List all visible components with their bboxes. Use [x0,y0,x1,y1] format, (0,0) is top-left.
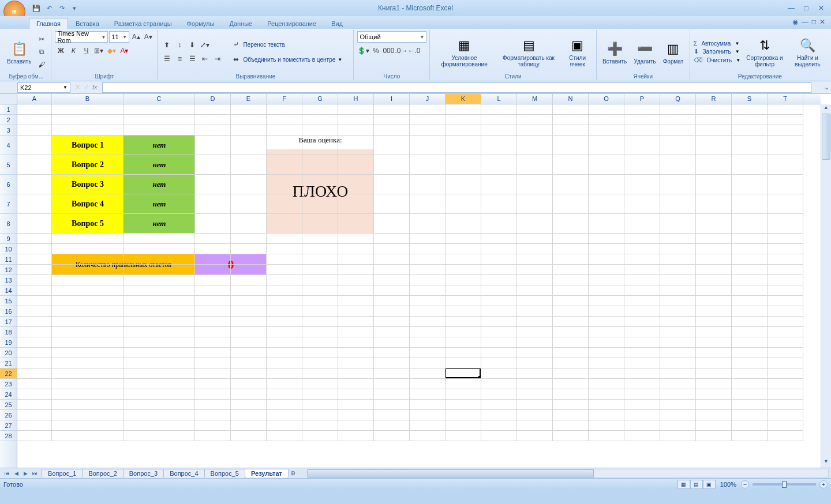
scroll-up-icon[interactable]: ▲ [821,104,831,114]
col-header-m[interactable]: M [517,94,553,104]
save-icon[interactable]: 💾 [31,3,42,13]
autosum-button[interactable]: Σ Автосумма ▼ [694,40,741,47]
sheet-tab-вопрос_1[interactable]: Вопрос_1 [42,469,83,477]
view-page-break-icon[interactable]: ▣ [703,480,716,489]
sheet-nav-first-icon[interactable]: ⏮ [2,471,12,476]
sort-filter-button[interactable]: ⇅Сортировка и фильтр [743,31,787,73]
col-header-b[interactable]: B [52,94,123,104]
find-select-button[interactable]: 🔍Найти и выделить [789,31,826,73]
col-header-o[interactable]: O [589,94,624,104]
fill-button[interactable]: ⬇ Заполнить ▼ [694,48,741,55]
row-header-18[interactable]: 18 [0,327,17,337]
row-header-26[interactable]: 26 [0,410,17,420]
col-header-c[interactable]: C [123,94,195,104]
col-header-k[interactable]: K [446,94,481,104]
col-header-f[interactable]: F [267,94,302,104]
cancel-formula-icon[interactable]: ✕ [75,84,80,91]
col-header-r[interactable]: R [696,94,732,104]
ribbon-close-icon[interactable]: ✕ [819,18,825,26]
cells-area[interactable]: Вопрос 1 нет Вопрос 2 нет Вопрос 3 нет В… [17,104,821,468]
col-header-h[interactable]: H [338,94,374,104]
expand-formula-bar-icon[interactable]: ⌄ [822,84,831,91]
align-left-icon[interactable]: ☰ [161,53,173,65]
row-headers[interactable]: 1234567891011121314151617181920212223242… [0,104,17,468]
row-header-4[interactable]: 4 [0,136,17,155]
delete-cells-button[interactable]: ➖Удалить [631,31,658,73]
sheet-nav-next-icon[interactable]: ▶ [21,471,30,476]
indent-dec-icon[interactable]: ⇤ [199,53,211,65]
comma-icon[interactable]: 000 [383,45,394,57]
zoom-slider-thumb[interactable] [782,481,787,488]
bold-button[interactable]: Ж [55,45,66,57]
qat-dropdown-icon[interactable]: ▾ [69,3,80,13]
inc-decimal-icon[interactable]: .0→ [395,45,407,57]
shrink-font-icon[interactable]: A▾ [143,31,154,43]
formula-input[interactable] [102,82,811,93]
align-middle-icon[interactable]: ↕ [174,39,185,51]
underline-button[interactable]: Ч [80,45,92,57]
dec-decimal-icon[interactable]: ←.0 [408,45,420,57]
clear-button[interactable]: ⌫ Очистить ▼ [694,57,741,64]
zoom-slider[interactable] [753,483,816,486]
zoom-level[interactable]: 100% [720,481,736,488]
horizontal-scrollbar[interactable] [307,469,829,478]
column-headers[interactable]: ABCDEFGHIJKLMNOPQRST [17,94,821,104]
fx-icon[interactable]: fx [92,84,98,91]
sheet-tab-вопрос_4[interactable]: Вопрос_4 [163,469,204,477]
worksheet-grid[interactable]: ABCDEFGHIJKLMNOPQRST 1234567891011121314… [0,94,831,468]
format-painter-icon[interactable]: 🖌 [36,59,47,70]
conditional-formatting-button[interactable]: ▦Условное форматирование [433,31,495,73]
scroll-down-icon[interactable]: ▼ [821,458,831,468]
format-cells-button[interactable]: ▥Формат [661,31,686,73]
col-header-t[interactable]: T [768,94,803,104]
grow-font-icon[interactable]: A▴ [130,31,141,43]
row-header-2[interactable]: 2 [0,115,17,125]
orientation-icon[interactable]: ⤢▾ [199,39,211,51]
sheet-tab-вопрос_3[interactable]: Вопрос_3 [123,469,164,477]
view-normal-icon[interactable]: ▦ [677,480,690,489]
col-header-a[interactable]: A [17,94,52,104]
font-size-combo[interactable]: 11▼ [109,31,129,43]
row-header-10[interactable]: 10 [0,244,17,254]
percent-icon[interactable]: % [370,45,381,57]
new-sheet-icon[interactable]: ⊕ [290,469,295,477]
tab-data[interactable]: Данные [222,18,260,29]
col-header-p[interactable]: P [624,94,660,104]
redo-icon[interactable]: ↷ [57,3,67,13]
ribbon-restore-icon[interactable]: □ [812,18,816,26]
select-all-corner[interactable] [0,94,17,104]
view-page-layout-icon[interactable]: ▤ [690,480,703,489]
copy-icon[interactable]: ⧉ [36,46,47,58]
font-name-combo[interactable]: Times New Rom▼ [55,31,108,43]
enter-formula-icon[interactable]: ✓ [84,84,89,91]
zoom-in-button[interactable]: + [819,480,828,488]
row-header-11[interactable]: 11 [0,254,17,265]
row-header-21[interactable]: 21 [0,358,17,368]
row-header-7[interactable]: 7 [0,194,17,214]
row-header-17[interactable]: 17 [0,317,17,327]
row-header-20[interactable]: 20 [0,348,17,358]
wrap-text-button[interactable]: ⤶Перенос текста [230,39,342,50]
row-header-25[interactable]: 25 [0,400,17,410]
zoom-out-button[interactable]: − [741,480,749,488]
col-header-j[interactable]: J [410,94,446,104]
fill-color-icon[interactable]: ◆▾ [106,45,117,57]
paste-button[interactable]: 📋 Вставить [5,31,33,73]
row-header-27[interactable]: 27 [0,420,17,431]
row-header-3[interactable]: 3 [0,125,17,136]
row-header-12[interactable]: 12 [0,265,17,275]
align-right-icon[interactable]: ☰ [186,53,198,65]
vscroll-thumb[interactable] [822,114,830,160]
sheet-tab-результат[interactable]: Результат [245,469,289,477]
tab-page-layout[interactable]: Разметка страницы [107,18,179,29]
row-header-24[interactable]: 24 [0,389,17,400]
tab-home[interactable]: Главная [29,18,68,29]
row-header-5[interactable]: 5 [0,155,17,175]
format-as-table-button[interactable]: ▤Форматировать как таблицу [497,31,560,73]
ribbon-minimize-icon[interactable]: ― [802,18,808,26]
col-header-l[interactable]: L [481,94,517,104]
col-header-g[interactable]: G [302,94,338,104]
tab-view[interactable]: Вид [324,18,350,29]
tab-insert[interactable]: Вставка [68,18,107,29]
row-header-13[interactable]: 13 [0,275,17,285]
